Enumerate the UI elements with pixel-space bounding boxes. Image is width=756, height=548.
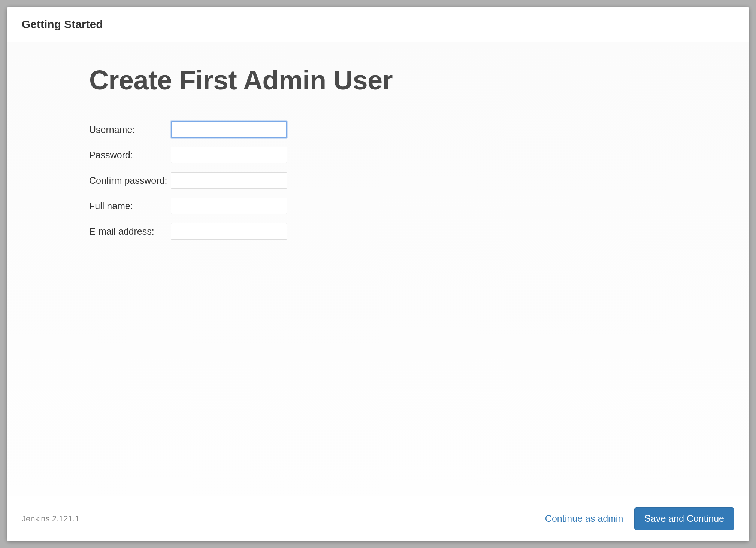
footer: Jenkins 2.121.1 Continue as admin Save a… [7,496,749,541]
full-name-input[interactable] [171,198,287,214]
save-and-continue-button[interactable]: Save and Continue [634,507,734,530]
confirm-password-label: Confirm password: [89,172,171,189]
version-label: Jenkins 2.121.1 [22,514,79,524]
admin-user-form: Username: Password: Confirm password: Fu… [89,112,287,249]
header-title: Getting Started [22,18,734,31]
continue-as-admin-link[interactable]: Continue as admin [545,513,623,524]
email-input[interactable] [171,223,287,240]
main-content: Create First Admin User Username: Passwo… [7,42,749,496]
setup-window: Getting Started Create First Admin User … [7,7,749,541]
password-label: Password: [89,147,171,163]
confirm-password-input[interactable] [171,172,287,189]
username-input[interactable] [171,121,287,138]
username-label: Username: [89,121,171,138]
password-input[interactable] [171,147,287,163]
full-name-label: Full name: [89,198,171,214]
footer-actions: Continue as admin Save and Continue [545,507,734,530]
email-label: E-mail address: [89,223,171,240]
page-title: Create First Admin User [89,65,749,95]
header: Getting Started [7,7,749,42]
